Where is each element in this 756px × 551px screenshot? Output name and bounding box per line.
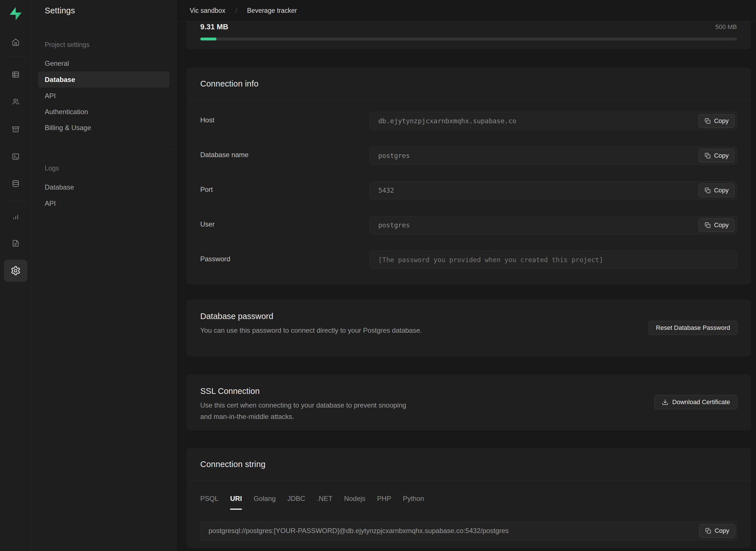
- copy-icon: [705, 222, 711, 228]
- sql-editor-icon[interactable]: [12, 152, 20, 160]
- settings-content: 9.31 MB 500 MB Connection info Host: [177, 21, 756, 548]
- sidebar-header: Settings: [31, 0, 176, 21]
- sidebar-item-logs-database[interactable]: Database: [38, 179, 170, 195]
- supabase-logo-icon[interactable]: [9, 7, 22, 20]
- copy-host-button[interactable]: Copy: [699, 114, 735, 128]
- sidebar-divider: [31, 149, 176, 150]
- copy-label: Copy: [714, 187, 729, 194]
- host-label: Host: [200, 112, 369, 130]
- connection-string-title: Connection string: [200, 460, 265, 469]
- database-usage-card: 9.31 MB 500 MB: [187, 21, 751, 49]
- settings-sidebar: Settings Project settings General Databa…: [31, 0, 177, 551]
- copy-connection-string-button[interactable]: Copy: [699, 524, 735, 538]
- connection-info-header: Connection info: [187, 67, 751, 100]
- breadcrumb-project[interactable]: Vic sandbox: [190, 7, 225, 15]
- copy-database-name-button[interactable]: Copy: [699, 149, 735, 162]
- storage-icon[interactable]: [12, 125, 20, 133]
- settings-gear-icon[interactable]: [4, 259, 27, 282]
- breadcrumb-page: Beverage tracker: [247, 7, 297, 15]
- host-value: db.ejytynzpjcxarnbxmqhx.supabase.co: [378, 117, 516, 125]
- ssl-connection-card: SSL Connection Use this cert when connec…: [187, 375, 751, 431]
- password-field: [The password you provided when you crea…: [369, 251, 737, 269]
- port-label: Port: [200, 181, 369, 199]
- download-certificate-button[interactable]: Download Certificate: [654, 395, 738, 409]
- sidebar-item-authentication[interactable]: Authentication: [38, 104, 170, 120]
- database-password-description: You can use this password to connect dir…: [200, 325, 422, 336]
- user-field: postgres Copy: [369, 216, 737, 234]
- section-header-project-settings: Project settings: [45, 41, 89, 49]
- copy-user-button[interactable]: Copy: [699, 218, 735, 232]
- ssl-connection-description: Use this cert when connecting to your da…: [200, 400, 408, 422]
- connection-info-rows: Host db.ejytynzpjcxarnbxmqhx.supabase.co…: [187, 100, 751, 269]
- tab-jdbc[interactable]: JDBC: [287, 495, 305, 510]
- usage-limit-value: 500 MB: [715, 23, 737, 31]
- database-password-text: Database password You can use this passw…: [200, 300, 422, 357]
- host-row: Host db.ejytynzpjcxarnbxmqhx.supabase.co…: [200, 112, 737, 130]
- copy-icon: [705, 118, 711, 124]
- connection-string-value: postgresql://postgres:[YOUR-PASSWORD]@db…: [209, 527, 509, 535]
- user-label: User: [200, 216, 369, 234]
- copy-icon: [705, 528, 712, 534]
- sidebar-item-database[interactable]: Database: [38, 71, 170, 88]
- port-value: 5432: [378, 187, 394, 194]
- user-value: postgres: [378, 221, 410, 229]
- tab-golang[interactable]: Golang: [254, 495, 275, 510]
- tab-php[interactable]: PHP: [377, 495, 391, 510]
- usage-used-value: 9.31 MB: [200, 22, 228, 31]
- port-field: 5432 Copy: [369, 181, 737, 199]
- database-name-row: Database name postgres Copy: [200, 146, 737, 165]
- tab-psql[interactable]: PSQL: [200, 495, 219, 510]
- tab-nodejs[interactable]: Nodejs: [344, 495, 365, 510]
- host-field: db.ejytynzpjcxarnbxmqhx.supabase.co Copy: [369, 112, 737, 130]
- password-row: Password [The password you provided when…: [200, 251, 737, 269]
- breadcrumb-separator: /: [235, 7, 237, 15]
- logs-docs-icon[interactable]: [12, 239, 20, 247]
- sidebar-item-billing-usage[interactable]: Billing & Usage: [38, 119, 170, 136]
- copy-port-button[interactable]: Copy: [699, 183, 735, 197]
- database-name-value: postgres: [378, 152, 410, 159]
- password-label: Password: [200, 251, 369, 269]
- connection-string-header: Connection string: [187, 448, 751, 481]
- reset-database-password-label: Reset Database Password: [656, 324, 730, 332]
- ssl-connection-text: SSL Connection Use this cert when connec…: [200, 375, 408, 431]
- app-root: Settings Project settings General Databa…: [0, 0, 756, 551]
- settings-scroll-area[interactable]: 9.31 MB 500 MB Connection info Host: [177, 21, 756, 551]
- reset-database-password-button[interactable]: Reset Database Password: [649, 321, 738, 335]
- copy-icon: [705, 152, 711, 159]
- sidebar-item-api[interactable]: API: [38, 88, 170, 104]
- database-password-card: Database password You can use this passw…: [187, 300, 751, 357]
- rail-divider: [5, 201, 27, 201]
- copy-label: Copy: [714, 221, 729, 229]
- connection-string-tabs: PSQL URI Golang JDBC .NET Nodejs PHP Pyt…: [200, 481, 738, 510]
- database-icon[interactable]: [12, 179, 20, 187]
- database-name-label: Database name: [200, 146, 369, 165]
- reports-chart-icon[interactable]: [12, 212, 20, 220]
- port-row: Port 5432 Copy: [200, 181, 737, 199]
- copy-label: Copy: [715, 527, 729, 535]
- breadcrumb: Vic sandbox / Beverage tracker: [177, 0, 756, 21]
- user-row: User postgres Copy: [200, 216, 737, 234]
- sidebar-title: Settings: [45, 6, 75, 15]
- tab-uri[interactable]: URI: [230, 495, 242, 510]
- authentication-users-icon[interactable]: [12, 98, 20, 106]
- copy-label: Copy: [714, 152, 729, 159]
- usage-values-row: 9.31 MB 500 MB: [200, 22, 737, 31]
- icon-rail: [0, 0, 31, 551]
- tab-dotnet[interactable]: .NET: [317, 495, 332, 510]
- rail-divider: [5, 56, 27, 57]
- main-column: Vic sandbox / Beverage tracker 9.31 MB 5…: [177, 0, 756, 551]
- database-name-field: postgres Copy: [369, 146, 737, 165]
- copy-label: Copy: [714, 117, 729, 125]
- copy-icon: [705, 187, 711, 194]
- connection-string-field: postgresql://postgres:[YOUR-PASSWORD]@db…: [200, 521, 738, 540]
- section-header-logs: Logs: [45, 164, 59, 172]
- tab-python[interactable]: Python: [403, 495, 424, 510]
- download-icon: [662, 399, 669, 406]
- usage-progress-bar: [200, 38, 737, 40]
- sidebar-item-logs-api[interactable]: API: [38, 195, 170, 211]
- sidebar-item-general[interactable]: General: [38, 55, 170, 71]
- connection-info-title: Connection info: [200, 79, 259, 88]
- connection-string-card: Connection string PSQL URI Golang JDBC .…: [187, 448, 751, 548]
- table-editor-icon[interactable]: [12, 71, 20, 79]
- home-icon[interactable]: [12, 38, 20, 46]
